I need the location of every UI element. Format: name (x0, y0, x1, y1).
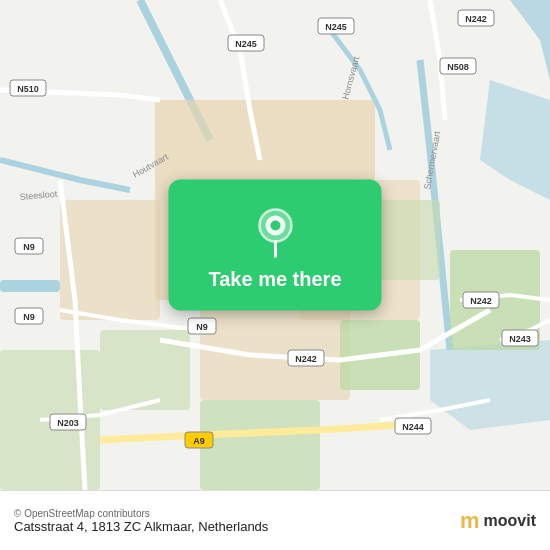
svg-text:N9: N9 (23, 312, 35, 322)
moovit-logo: m moovit (460, 508, 536, 534)
svg-text:N244: N244 (402, 422, 424, 432)
svg-point-46 (270, 221, 280, 231)
svg-text:A9: A9 (193, 436, 205, 446)
svg-text:N510: N510 (17, 84, 39, 94)
svg-text:N508: N508 (447, 62, 469, 72)
cta-button[interactable]: Take me there (168, 180, 381, 311)
footer: © OpenStreetMap contributors Catsstraat … (0, 490, 550, 550)
svg-text:N243: N243 (509, 334, 531, 344)
footer-left: © OpenStreetMap contributors Catsstraat … (14, 508, 268, 534)
svg-text:N9: N9 (23, 242, 35, 252)
svg-rect-11 (200, 400, 320, 490)
svg-text:N245: N245 (235, 39, 257, 49)
map-container: N510 N245 N245 N242 N508 N9 N9 N9 A9 N24… (0, 0, 550, 490)
svg-text:N245: N245 (325, 22, 347, 32)
svg-rect-8 (380, 200, 440, 280)
location-pin-icon (255, 208, 295, 258)
svg-text:N242: N242 (295, 354, 317, 364)
moovit-m-icon: m (460, 508, 480, 534)
svg-text:N242: N242 (470, 296, 492, 306)
svg-rect-1 (0, 280, 60, 292)
address-text: Catsstraat 4, 1813 ZC Alkmaar, Netherlan… (14, 519, 268, 534)
svg-text:N242: N242 (465, 14, 487, 24)
svg-text:N9: N9 (196, 322, 208, 332)
moovit-wordmark: moovit (484, 512, 536, 530)
osm-credit: © OpenStreetMap contributors (14, 508, 268, 519)
svg-text:N203: N203 (57, 418, 79, 428)
cta-label: Take me there (208, 268, 341, 291)
